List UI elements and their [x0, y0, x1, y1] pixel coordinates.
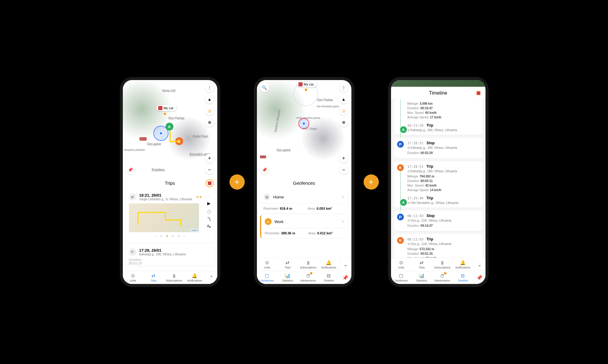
- zoom-out[interactable]: −: [339, 165, 348, 174]
- dollar-icon: $: [173, 273, 175, 278]
- more-icon[interactable]: ⋮: [339, 83, 348, 92]
- timeline-event[interactable]: A 18:21:20Trip ⊙ Kalvarijų g., 180, Viln…: [397, 123, 479, 132]
- nav-notifications[interactable]: 🔔Notifications: [453, 258, 473, 271]
- timeline-event[interactable]: B 08:11:03Trip ⊙ Ozo g., 12A, Vilnius, L…: [394, 234, 482, 258]
- nav-expand[interactable]: ⌃: [205, 271, 217, 284]
- edit-icon[interactable]: ✎: [341, 219, 345, 224]
- locate-icon[interactable]: ⊕: [205, 118, 214, 127]
- event-time: 08:11:03: [407, 237, 424, 241]
- nav-collapse[interactable]: ⌄: [473, 258, 485, 271]
- unit-filter-icon[interactable]: [206, 179, 214, 187]
- event-address: ⊙ Kalvarijų g., 180, Vilnius, Lithuania: [407, 128, 479, 132]
- geofence-icon: ◎: [264, 194, 270, 200]
- menu-icon[interactable]: [261, 183, 268, 184]
- timeline-body[interactable]: Mileage: 3.098 km Duration: 00:10:47 Max…: [391, 100, 485, 258]
- layers-icon[interactable]: ◎: [205, 106, 214, 115]
- plus-connector: +: [364, 174, 379, 190]
- nav-pin[interactable]: 📌: [339, 271, 351, 284]
- nav-geofences[interactable]: ▢Geofences: [391, 271, 412, 284]
- nav-units[interactable]: ⊙Units: [123, 271, 144, 284]
- nav-trips[interactable]: ⇄Trips: [277, 258, 298, 271]
- trip-rating[interactable]: ★★☆☆☆: [196, 195, 211, 199]
- stop-time: 17:28, 26/01: [139, 248, 186, 253]
- event-type: Stop: [426, 141, 435, 145]
- nav-trips[interactable]: ⇄Trips: [143, 271, 164, 284]
- timeline-event[interactable]: P 17:28:51Stop ⊙ Kalvarijų g., 180, Viln…: [394, 138, 482, 158]
- compass-icon[interactable]: ▲: [205, 95, 214, 104]
- locate-icon[interactable]: ⊕: [339, 118, 348, 127]
- event-address: ⊙ Ozo g., 12A, Vilnius, Lithuania: [407, 219, 479, 222]
- nav-units[interactable]: ⊙Units: [257, 258, 278, 271]
- nav-units[interactable]: ⊙Units: [391, 258, 412, 271]
- nav-trips[interactable]: ⇄Trips: [411, 258, 432, 271]
- geofence-card[interactable]: ◎ Home ✎ Perimeter: 816.4 m Area: 0.053 …: [260, 191, 348, 213]
- timeline-marker: A: [400, 199, 407, 206]
- layers-icon[interactable]: ◎: [339, 106, 348, 115]
- unit-filter-icon[interactable]: [475, 90, 482, 96]
- timeline-event[interactable]: Mileage: 3.098 km Duration: 00:10:47 Max…: [394, 100, 482, 135]
- map[interactable]: Ozo Parkas PPC "Ozas" Vichy vandens park…: [257, 80, 351, 177]
- nav-timeline[interactable]: ⊟Timeline: [318, 271, 339, 284]
- phone-timeline: Timeline Mileage: 3.098 km Duration: 00:…: [388, 77, 489, 287]
- event-type: Trip: [426, 196, 433, 200]
- unit-tag[interactable]: My car: [156, 105, 177, 111]
- nav-geofences[interactable]: ▢Geofences: [257, 271, 278, 284]
- zoom-out[interactable]: −: [205, 165, 214, 174]
- plus-connector: +: [229, 174, 245, 190]
- event-address: ⊙ Ozo g., 12A, Vilnius, Lithuania: [407, 242, 479, 246]
- stop-card[interactable]: P 17:28, 26/01 Kalvarijų g., 180, Vilniu…: [125, 245, 215, 266]
- trip-map-preview[interactable]: [129, 203, 199, 232]
- timeline-event[interactable]: B 17:28:51Trip ⊙ Kalvarijų g., 180, Viln…: [394, 161, 482, 208]
- pager-next[interactable]: ›: [184, 234, 185, 238]
- pin-icon[interactable]: 📌: [126, 165, 135, 174]
- timeline-event[interactable]: A 17:25:40Trip ⊙ Vito Gerulaičio g., Vil…: [397, 196, 479, 205]
- more-icon[interactable]: ⋮: [205, 83, 214, 92]
- ab-icon[interactable]: AB: [207, 225, 211, 228]
- route-icon[interactable]: ◌: [207, 209, 211, 214]
- unit-tag[interactable]: My car: [297, 81, 317, 87]
- trip-card[interactable]: ⇄ 18:21, 26/01 Jurgio Lebedžio g., 9, Vi…: [125, 190, 215, 243]
- map[interactable]: Norfa XXI Ozo Parkas Ozo gatvė Outlet Pa…: [123, 80, 217, 177]
- nav-subscriptions[interactable]: $Subscriptions: [298, 258, 319, 271]
- timeline-title: Timeline: [429, 90, 447, 96]
- event-time: 17:25:40: [407, 196, 424, 200]
- pager-prev[interactable]: ‹: [155, 234, 156, 238]
- search-icon[interactable]: 🔍: [260, 83, 269, 92]
- bell-icon: 🔔: [192, 273, 197, 278]
- timeline-event[interactable]: P 08:11:03Stop ⊙ Ozo g., 12A, Vilnius, L…: [394, 211, 482, 231]
- timeline-marker: B: [397, 164, 404, 171]
- nav-maintenance[interactable]: ⏱Maintenance: [432, 271, 453, 284]
- nav-subscriptions[interactable]: $Subscriptions: [164, 271, 185, 284]
- play-icon[interactable]: ▶: [207, 201, 211, 206]
- zoom-in[interactable]: +: [205, 154, 214, 163]
- nav-statistics[interactable]: 📊Statistics: [411, 271, 432, 284]
- chart-icon[interactable]: 〽: [207, 217, 211, 222]
- edit-icon[interactable]: ✎: [341, 195, 345, 199]
- nav-subscriptions[interactable]: $Subscriptions: [432, 258, 453, 271]
- nav-pin[interactable]: 📌: [473, 271, 485, 284]
- timeline-marker: A: [400, 126, 407, 133]
- geofence-circle: [298, 118, 309, 129]
- unit-dot: [163, 112, 167, 116]
- nav-maintenance[interactable]: ⏱Maintenance: [298, 271, 319, 284]
- trip-address: Jurgio Lebedžio g., 9, Vilnius, Lithuani…: [139, 198, 192, 201]
- unit-dot: [304, 88, 308, 92]
- marker-b[interactable]: B: [175, 137, 183, 145]
- trip-time: 18:21, 26/01: [139, 193, 192, 198]
- nav-notifications[interactable]: 🔔Notifications: [184, 271, 205, 284]
- event-time: 18:21:20: [407, 124, 424, 128]
- car-icon: [298, 82, 303, 86]
- zoom-in[interactable]: +: [339, 154, 348, 163]
- marker-a[interactable]: A: [165, 123, 173, 131]
- nav-collapse[interactable]: ⌄: [339, 258, 351, 271]
- timeline-marker: P: [397, 214, 404, 220]
- pin-icon[interactable]: 📌: [260, 165, 269, 174]
- timeline-header: Timeline: [391, 87, 485, 100]
- nav-statistics[interactable]: 📊Statistics: [277, 271, 298, 284]
- compass-icon[interactable]: ▲: [339, 95, 348, 104]
- event-type: Trip: [426, 237, 433, 241]
- geofence-card[interactable]: ◎ Work ✎ Perimeter: 389.36 m Area: 0.012…: [260, 215, 348, 238]
- nav-notifications[interactable]: 🔔Notifications: [318, 258, 339, 271]
- event-address: ⊙ Kalvarijų g., 180, Vilnius, Lithuania: [407, 146, 479, 149]
- nav-timeline[interactable]: ⊟Timeline: [453, 271, 473, 284]
